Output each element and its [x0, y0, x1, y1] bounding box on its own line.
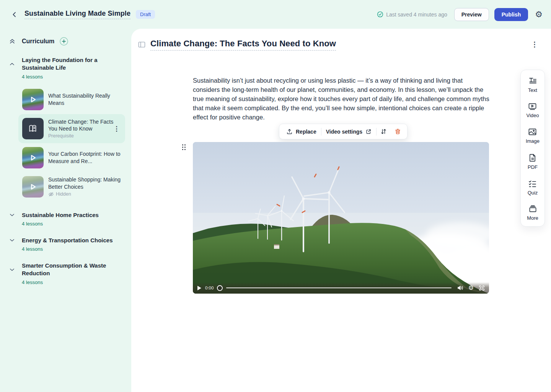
text-block-icon: [528, 77, 537, 85]
add-video-block-button[interactable]: Video: [526, 103, 539, 118]
publish-button[interactable]: Publish: [494, 8, 528, 21]
lesson-editor-panel: Climate Change: The Facts You Need to Kn…: [131, 29, 551, 392]
chevron-down-icon[interactable]: [9, 237, 15, 243]
section-lesson-count: 4 lessons: [22, 246, 131, 252]
lesson-title-heading[interactable]: Climate Change: The Facts You Need to Kn…: [150, 39, 336, 51]
section-lesson-count: 4 lessons: [22, 74, 131, 80]
drag-dots-icon: [182, 144, 186, 150]
add-section-button[interactable]: [60, 37, 68, 46]
block-toolbox: Text Video Image PDF Quiz More: [520, 70, 545, 227]
play-button[interactable]: [197, 286, 202, 291]
curriculum-section: Laying the Foundation for a Sustainable …: [0, 56, 131, 201]
topbar-actions: Last saved 4 minutes ago Preview Publish…: [377, 8, 543, 21]
lesson-paragraph[interactable]: Sustainability isn’t just about recyclin…: [193, 76, 491, 122]
chevron-down-icon[interactable]: [9, 267, 15, 273]
add-pdf-block-button[interactable]: PDF: [528, 154, 538, 170]
section-title: Sustainable Home Practices: [22, 211, 113, 219]
play-icon: [22, 89, 44, 110]
quiz-block-icon: [528, 180, 537, 188]
video-block-icon: [528, 103, 537, 110]
lesson-item[interactable]: What Sustainability Really Means: [18, 85, 125, 114]
curriculum-section: Smarter Consumption & Waste Reduction 4 …: [0, 262, 131, 285]
lesson-title: Sustainable Shopping: Making Better Choi…: [48, 176, 121, 190]
check-circle-icon: [377, 11, 383, 18]
lesson-options-button[interactable]: ⋮: [529, 39, 540, 49]
lesson-text: What Sustainability Really Means: [48, 92, 121, 106]
section-lesson-count: 4 lessons: [22, 279, 131, 285]
last-saved-text: Last saved 4 minutes ago: [386, 11, 447, 18]
lesson-item-selected[interactable]: Climate Change: The Facts You Need to Kn…: [18, 114, 125, 143]
seek-track[interactable]: [226, 287, 451, 289]
back-button[interactable]: [9, 9, 20, 20]
section-title: Smarter Consumption & Waste Reduction: [22, 262, 113, 278]
image-block-icon: [528, 128, 537, 136]
volume-icon[interactable]: [457, 285, 463, 291]
move-block-button[interactable]: [377, 127, 391, 136]
play-icon: [22, 176, 44, 198]
lesson-item[interactable]: Your Carbon Footprint: How to Measure an…: [18, 143, 125, 172]
video-settings-button[interactable]: Video settings: [321, 127, 376, 136]
lesson-video-thumbnail: [22, 89, 44, 110]
lesson-title: Climate Change: The Facts You Need to Kn…: [48, 118, 121, 132]
video-block-toolbar: Replace Video settings: [279, 124, 408, 139]
tool-label: Text: [528, 87, 537, 93]
add-text-block-button[interactable]: Text: [528, 77, 537, 93]
chevron-left-icon: [11, 11, 18, 18]
section-header[interactable]: Energy & Transportation Choices: [0, 237, 131, 244]
add-quiz-block-button[interactable]: Quiz: [528, 180, 538, 196]
player-right-controls: ⚙: [457, 285, 485, 291]
lesson-menu-button[interactable]: ⋮: [112, 124, 121, 133]
tool-label: Video: [526, 113, 539, 118]
tool-label: Quiz: [528, 190, 538, 196]
settings-gear-icon[interactable]: ⚙: [535, 10, 543, 19]
section-lesson-count: 4 lessons: [22, 221, 131, 227]
course-title[interactable]: Sustainable Living Made Simple: [24, 10, 130, 19]
hidden-label: Hidden: [56, 191, 71, 197]
player-settings-icon[interactable]: ⚙: [468, 285, 474, 291]
lesson-text: Climate Change: The Facts You Need to Kn…: [48, 118, 121, 139]
video-thumbnail-wind-turbines: [193, 142, 489, 294]
section-header[interactable]: Laying the Foundation for a Sustainable …: [0, 56, 131, 72]
section-header[interactable]: Smarter Consumption & Waste Reduction: [0, 262, 131, 278]
seek-knob[interactable]: [217, 285, 223, 291]
block-drag-handle[interactable]: [182, 144, 186, 150]
curriculum-header: Curriculum: [0, 37, 131, 46]
trash-icon: [395, 128, 401, 135]
lesson-subtitle: Hidden: [48, 191, 121, 197]
replace-label: Replace: [296, 129, 316, 135]
tool-label: PDF: [528, 164, 538, 170]
chevron-down-icon[interactable]: [9, 212, 15, 218]
panel-toggle-icon[interactable]: [138, 41, 145, 48]
video-settings-label: Video settings: [326, 129, 362, 135]
preview-button[interactable]: Preview: [454, 8, 489, 21]
status-badge: Draft: [136, 10, 155, 19]
autosave-status: Last saved 4 minutes ago: [377, 11, 447, 18]
section-title: Laying the Foundation for a Sustainable …: [22, 56, 113, 72]
eye-off-icon: [48, 191, 54, 197]
sort-arrows-icon: [380, 128, 387, 135]
collapse-all-icon[interactable]: [9, 38, 15, 44]
book-open-icon: [28, 124, 38, 134]
section-header[interactable]: Sustainable Home Practices: [0, 211, 131, 219]
lesson-subtitle: Prerequisite: [48, 133, 121, 139]
replace-button[interactable]: Replace: [282, 127, 321, 136]
delete-block-button[interactable]: [391, 127, 405, 136]
section-title: Energy & Transportation Choices: [22, 237, 113, 244]
lesson-title: What Sustainability Really Means: [48, 92, 121, 106]
tool-label: More: [527, 215, 538, 221]
lesson-item-hidden[interactable]: Sustainable Shopping: Making Better Choi…: [18, 172, 125, 201]
play-icon: [22, 147, 44, 168]
add-image-block-button[interactable]: Image: [526, 128, 540, 144]
fullscreen-icon[interactable]: [479, 285, 485, 291]
more-blocks-button[interactable]: More: [527, 205, 538, 221]
lesson-text: Your Carbon Footprint: How to Measure an…: [48, 150, 121, 164]
tool-label: Image: [526, 138, 540, 144]
external-link-icon: [365, 129, 372, 135]
curriculum-title: Curriculum: [22, 38, 54, 45]
lesson-title: Your Carbon Footprint: How to Measure an…: [48, 150, 121, 164]
chevron-up-icon[interactable]: [9, 61, 15, 67]
pdf-block-icon: [529, 154, 536, 162]
video-controls-bar: 0:00 ⚙: [193, 282, 489, 294]
video-player[interactable]: 0:00 ⚙: [193, 142, 489, 294]
upload-icon: [286, 128, 293, 135]
